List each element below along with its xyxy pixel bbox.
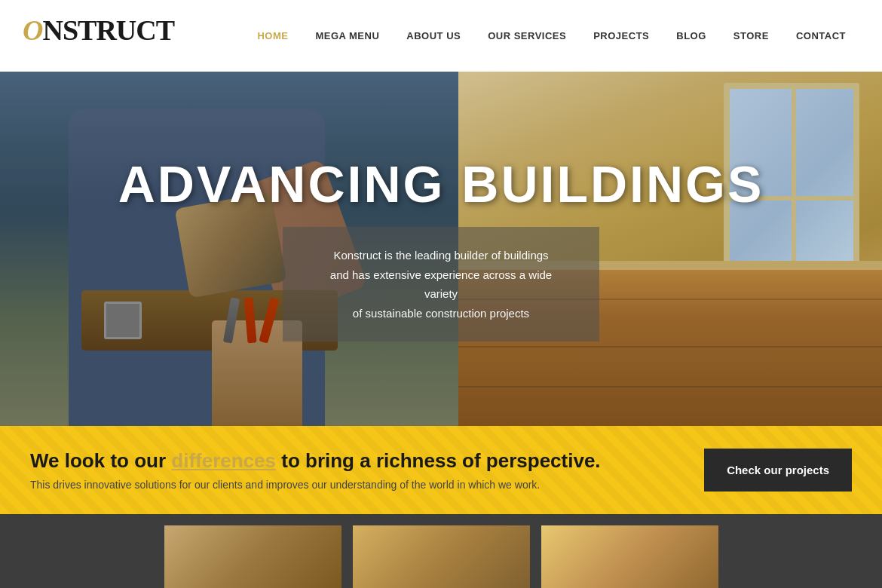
logo-text: ONSTRUCT — [23, 14, 174, 46]
banner-headline-link[interactable]: differences — [171, 449, 276, 472]
nav-item-home[interactable]: HOME — [243, 30, 302, 41]
hero-desc-line3: of sustainable construction projects — [353, 307, 529, 320]
hero-content: ADVANCING BUILDINGS Konstruct is the lea… — [118, 156, 764, 342]
nav-item-services[interactable]: OUR SERVICES — [474, 30, 580, 41]
hero-description: Konstruct is the leading builder of buil… — [313, 246, 569, 323]
card-image-1 — [164, 525, 341, 588]
nav-item-projects[interactable]: PROJECTS — [580, 30, 663, 41]
nav-item-mega-menu[interactable]: MEGA MENU — [302, 30, 393, 41]
banner-headline-prefix: We look to our — [30, 449, 171, 472]
nav-item-about[interactable]: ABOUT US — [393, 30, 474, 41]
logo[interactable]: ONSTRUCT — [23, 14, 106, 59]
bottom-card-2 — [353, 525, 530, 588]
banner-text: We look to our differences to bring a ri… — [30, 449, 689, 491]
hero-title: ADVANCING BUILDINGS — [118, 156, 764, 213]
yellow-banner: We look to our differences to bring a ri… — [0, 426, 882, 514]
nav-item-contact[interactable]: CONTACT — [782, 30, 859, 41]
check-projects-button[interactable]: Check our projects — [704, 449, 852, 492]
hero-section: ADVANCING BUILDINGS Konstruct is the lea… — [0, 72, 882, 426]
banner-headline: We look to our differences to bring a ri… — [30, 449, 689, 473]
hero-desc-line1: Konstruct is the leading builder of buil… — [333, 249, 548, 262]
hero-description-box: Konstruct is the leading builder of buil… — [283, 227, 599, 341]
bottom-card-3 — [541, 525, 718, 588]
main-nav: HOME MEGA MENU ABOUT US OUR SERVICES PRO… — [243, 30, 859, 41]
nav-item-store[interactable]: STORE — [720, 30, 782, 41]
banner-subtext: This drives innovative solutions for our… — [30, 479, 689, 491]
logo-icon: O — [23, 14, 42, 46]
banner-headline-suffix: to bring a richness of perspective. — [276, 449, 601, 472]
hero-desc-line2: and has extensive experience across a wi… — [330, 268, 552, 301]
card-image-3 — [541, 525, 718, 588]
card-image-2 — [353, 525, 530, 588]
logo-wordmark: NSTRUCT — [42, 14, 174, 46]
nav-item-blog[interactable]: BLOG — [663, 30, 720, 41]
bottom-card-1 — [164, 525, 341, 588]
header: ONSTRUCT HOME MEGA MENU ABOUT US OUR SER… — [0, 0, 882, 72]
bottom-section — [0, 514, 882, 588]
